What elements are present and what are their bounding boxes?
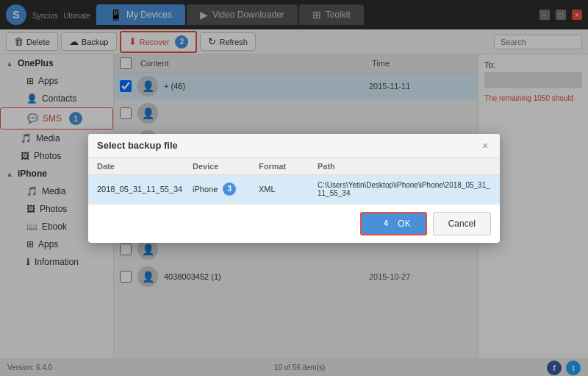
modal-title: Select backup file bbox=[97, 140, 178, 151]
modal-col-path-header: Path bbox=[318, 162, 491, 171]
modal-row-device-text: iPhone bbox=[193, 184, 218, 193]
modal-footer: 4 OK Cancel bbox=[88, 204, 500, 243]
cancel-label: Cancel bbox=[448, 219, 476, 229]
modal-row-date: 2018_05_31_11_55_34 bbox=[97, 185, 193, 194]
modal-title-bar: Select backup file × bbox=[88, 134, 500, 158]
ok-label: OK bbox=[398, 218, 410, 228]
modal-overlay: Select backup file × Date Device Format … bbox=[0, 0, 588, 376]
select-backup-modal: Select backup file × Date Device Format … bbox=[88, 134, 500, 243]
modal-col-device-header: Device bbox=[193, 162, 259, 171]
modal-row-path: C:\Users\Yetin\Desktop\iPhone\iPhone\201… bbox=[318, 181, 491, 197]
modal-close-button[interactable]: × bbox=[479, 140, 491, 152]
modal-col-format-header: Format bbox=[259, 162, 318, 171]
modal-row[interactable]: 2018_05_31_11_55_34 iPhone 3 XML C:\User… bbox=[88, 175, 500, 204]
modal-body: 2018_05_31_11_55_34 iPhone 3 XML C:\User… bbox=[88, 175, 500, 204]
modal-row-device: iPhone 3 bbox=[193, 182, 259, 196]
modal-table-header: Date Device Format Path bbox=[88, 158, 500, 175]
step3-badge: 3 bbox=[223, 182, 236, 196]
cancel-button[interactable]: Cancel bbox=[433, 212, 491, 235]
modal-row-format: XML bbox=[259, 185, 318, 194]
ok-button[interactable]: 4 OK bbox=[360, 212, 427, 235]
modal-col-date-header: Date bbox=[97, 162, 193, 171]
step4-badge: 4 bbox=[379, 217, 392, 230]
